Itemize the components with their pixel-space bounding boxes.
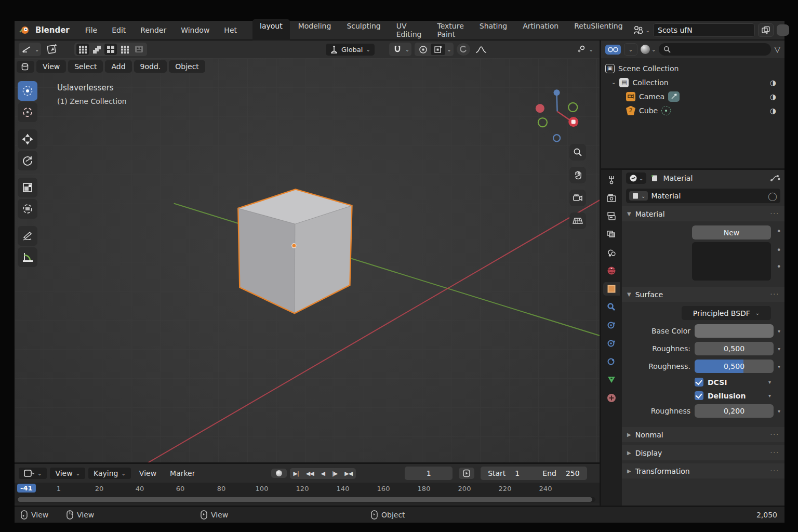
dcsi-checkbox[interactable] — [695, 378, 703, 387]
tab-uv-editing[interactable]: UV Editing — [389, 19, 429, 41]
tab-particles-icon[interactable] — [603, 318, 620, 332]
tab-constraints-icon[interactable] — [603, 355, 620, 368]
move-tool-button[interactable] — [18, 129, 37, 149]
transform-tool-button[interactable] — [18, 199, 37, 219]
grid-preset-5-button[interactable] — [132, 44, 145, 55]
auto-keying-button[interactable] — [271, 469, 287, 478]
properties-editor-type-button[interactable]: ⌄ — [626, 172, 646, 184]
tab-render-icon[interactable] — [603, 191, 620, 205]
snap-toggle-dropdown[interactable]: ⌄ — [389, 43, 411, 56]
grid-preset-4-button[interactable] — [118, 44, 131, 55]
new-material-button[interactable]: New — [692, 225, 771, 240]
surface-panel-header[interactable]: ▼ Surface ··· — [622, 287, 784, 302]
navigation-gizmo[interactable] — [15, 58, 600, 462]
play-icon[interactable]: |▶ — [328, 468, 341, 479]
filter-funnel-icon[interactable]: ▽ — [774, 45, 780, 54]
tab-scene-icon[interactable] — [603, 246, 620, 259]
keying-set-button[interactable] — [459, 468, 474, 479]
delete-scene-button[interactable] — [777, 24, 789, 36]
current-frame-field[interactable]: 1 — [405, 467, 453, 480]
select-tweak-tool-button[interactable] — [18, 81, 37, 101]
panel-options-icon[interactable]: ··· — [770, 449, 779, 457]
datablock-icon-dropdown[interactable]: ⌄ — [629, 191, 648, 201]
display-panel-header[interactable]: ▶ Display ··· — [622, 445, 784, 460]
tab-tool-icon[interactable] — [603, 173, 620, 187]
dellusion-checkbox[interactable] — [695, 391, 703, 400]
tab-shading[interactable]: Shating — [472, 19, 514, 41]
display-mode-dropdown[interactable]: ⌄ — [641, 45, 656, 54]
tab-texture-paint[interactable]: Texture Paint — [430, 19, 471, 41]
timeline-scrollbar[interactable] — [15, 496, 600, 503]
filter-chevron-button[interactable]: ⌄ — [624, 43, 637, 56]
scene-name-input[interactable]: Scots ufN — [653, 23, 755, 37]
menu-window[interactable]: Window — [175, 24, 216, 36]
outliner-row-cube[interactable]: 2 Cube ◑ — [605, 103, 781, 117]
grid-preset-1-button[interactable] — [76, 44, 89, 55]
rewind-icon[interactable]: ◀◀ — [302, 468, 317, 479]
grid-preset-3-button[interactable] — [104, 44, 117, 55]
measure-tool-button[interactable] — [18, 247, 37, 267]
timeline-menu-marker[interactable]: Marker — [165, 468, 200, 479]
panel-options-icon[interactable]: ··· — [770, 468, 779, 475]
base-color-swatch[interactable] — [695, 324, 774, 338]
roughness1-slider[interactable]: 0,500 — [695, 342, 774, 355]
menu-file[interactable]: File — [79, 24, 103, 36]
outliner-row-collection[interactable]: ⌄ ▤ Collection ◑ — [605, 75, 781, 89]
timeline-editor-type-button[interactable]: ⌄ — [19, 468, 47, 479]
tab-view-layer-icon[interactable] — [603, 228, 620, 241]
tab-modeling[interactable]: Modeling — [291, 19, 339, 41]
end-value-field[interactable]: 250 — [566, 469, 580, 477]
chevron-down-icon[interactable]: ⌄ — [611, 79, 616, 85]
proportional-edit-group[interactable]: ⌄ — [415, 43, 453, 56]
material-slot-list[interactable] — [692, 242, 771, 281]
start-value-field[interactable]: 1 — [515, 469, 520, 477]
tab-object-icon[interactable] — [603, 282, 620, 296]
editor-type-icon[interactable] — [17, 61, 34, 73]
timeline-menu-playback[interactable]: Kaying⌄ — [88, 468, 131, 479]
zoom-icon[interactable] — [569, 144, 586, 161]
material-panel-header[interactable]: ▼ Material ··· — [622, 206, 784, 221]
viewport-toggle-icon[interactable]: ◑ — [770, 92, 776, 101]
playhead-badge[interactable]: -41 — [17, 484, 36, 493]
transform-orientation-dropdown[interactable]: Global ⌄ — [326, 44, 375, 56]
filter-glasses-button[interactable] — [605, 45, 621, 55]
tab-physics-icon[interactable] — [603, 337, 620, 350]
falloff-tool-button[interactable] — [44, 42, 61, 57]
falloff-curve-button[interactable] — [473, 44, 489, 55]
material-datablock-selector[interactable]: ⌄ Material ◯ — [626, 189, 780, 203]
animate-caret-icon[interactable]: ▾ — [778, 364, 780, 369]
tab-layout[interactable]: layout — [252, 19, 290, 41]
animate-caret-icon[interactable]: ▾ — [768, 393, 771, 398]
viewport-menu-add[interactable]: Add — [105, 60, 131, 73]
mesh-data-icon[interactable] — [661, 106, 671, 115]
cursor-tool-button[interactable] — [18, 102, 37, 122]
slot-specials-icon[interactable]: • — [777, 262, 781, 272]
outliner-row-scene-collection[interactable]: ▣ Scene Collection — [605, 61, 781, 75]
jump-to-end-icon[interactable]: ▶◀ — [341, 468, 356, 479]
slot-remove-icon[interactable]: • — [777, 245, 781, 255]
scrollbar-thumb[interactable] — [18, 497, 592, 502]
tab-world-icon[interactable] — [603, 264, 620, 277]
camera-data-icon[interactable] — [668, 91, 680, 102]
viewport-menu-object[interactable]: Object — [169, 60, 205, 73]
shader-dropdown[interactable]: Principled BSDF ⌄ — [682, 306, 771, 320]
new-scene-button[interactable] — [758, 23, 774, 37]
visibility-dropdown[interactable]: ⌄ — [573, 43, 595, 56]
unlink-circle-icon[interactable]: ◯ — [768, 191, 777, 201]
viewport-menu-view[interactable]: View — [36, 60, 66, 73]
blender-logo-icon[interactable] — [19, 25, 30, 35]
outliner-row-camera[interactable]: Camea ◑ — [605, 89, 781, 103]
tab-modifiers-icon[interactable] — [603, 300, 620, 314]
menu-edit[interactable]: Edit — [105, 24, 132, 36]
tab-sculpting[interactable]: Sculpting — [339, 19, 388, 41]
play-reverse-icon[interactable]: ◀ — [317, 468, 328, 479]
scene-selector-icon[interactable]: ⌄ — [632, 24, 650, 36]
3d-viewport[interactable]: View Select Add 9odd. Object Uslaverless… — [15, 58, 600, 462]
tab-data-icon[interactable] — [603, 373, 620, 387]
tab-rendering[interactable]: RetuSlienting — [567, 19, 630, 41]
scale-tool-button[interactable] — [18, 178, 37, 197]
animate-caret-icon[interactable]: ▾ — [768, 379, 771, 385]
proportional-circle-button[interactable] — [457, 43, 470, 56]
outliner-search-input[interactable] — [659, 43, 771, 56]
animate-caret-icon[interactable]: ▾ — [778, 346, 780, 352]
